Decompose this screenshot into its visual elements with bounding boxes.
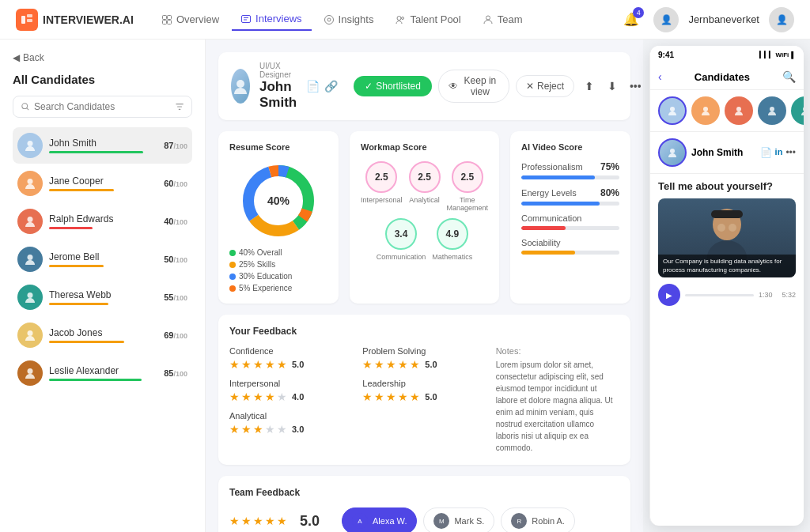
workmap-score-card: Workmap Score 2.5 Interpersonal 2.5 Anal…	[350, 131, 499, 304]
svg-point-35	[803, 107, 804, 111]
feedback-row: Analytical ★★★★★3.0	[229, 411, 353, 436]
candidate-item[interactable]: Jerome Bell 50/100	[13, 241, 192, 277]
legend-overall: 40% Overall	[229, 248, 282, 257]
svg-point-41	[729, 224, 736, 232]
svg-rect-0	[21, 16, 25, 24]
svg-point-15	[22, 104, 28, 109]
nav-talent-pool[interactable]: Talent Pool	[386, 8, 470, 31]
main-layout: ◀ Back All Candidates John Smith 87/100 …	[0, 40, 810, 532]
doc-icon[interactable]: 📄	[306, 80, 320, 92]
workmap-item: 2.5 Interpersonal	[361, 161, 403, 212]
mobile-more-icon[interactable]: •••	[785, 147, 796, 158]
video-caption: Our Company is building data analytics f…	[658, 255, 796, 277]
nav-insights[interactable]: Insights	[315, 8, 384, 31]
feedback-row: Leadership ★★★★★5.0	[362, 379, 486, 403]
more-button[interactable]: •••	[627, 75, 643, 97]
video-progress-bar[interactable]	[685, 294, 754, 296]
mobile-avatar[interactable]	[791, 96, 804, 125]
mobile-avatar[interactable]	[758, 96, 786, 125]
mobile-status-icons: ▎▎▎ WiFi ▌	[759, 51, 796, 58]
nav-team[interactable]: Team	[474, 8, 532, 31]
svg-point-12	[397, 16, 401, 20]
team-member-button[interactable]: AAlexa W.	[342, 507, 417, 532]
candidate-info: Leslie Alexander	[49, 365, 157, 381]
mobile-back-button[interactable]: ‹	[658, 70, 662, 83]
video-time-total: 5:32	[782, 291, 796, 299]
ai-score-item: Professionalism 75%	[521, 161, 619, 179]
candidate-avatar	[17, 323, 43, 348]
feedback-inner: Confidence ★★★★★5.0 Interpersonal ★★★★★4…	[229, 346, 619, 454]
candidate-avatar	[17, 247, 43, 272]
video-time-current: 1:30	[759, 291, 773, 299]
candidate-avatar	[17, 133, 43, 158]
link-icon[interactable]: 🔗	[324, 80, 338, 92]
candidate-item[interactable]: Jane Cooper 60/100	[13, 165, 192, 202]
candidate-avatar	[17, 285, 43, 310]
nav-overview[interactable]: Overview	[153, 8, 229, 31]
mobile-header-title: Candidates	[695, 71, 750, 83]
svg-point-36	[670, 149, 675, 153]
team-stars: ★★★★★	[229, 515, 287, 527]
ai-score-item: Energy Levels 80%	[521, 187, 619, 206]
svg-point-19	[28, 217, 33, 222]
nav-interviews[interactable]: Interviews	[232, 8, 312, 31]
mobile-doc-icon[interactable]: 📄	[760, 147, 772, 158]
svg-point-20	[28, 255, 33, 260]
svg-point-18	[28, 179, 33, 184]
candidate-avatar	[17, 360, 43, 386]
svg-point-33	[736, 107, 741, 111]
resume-score-card: Resume Score 40%	[218, 131, 339, 304]
workmap-item: 3.4 Communication	[377, 218, 426, 261]
mobile-search-icon[interactable]: 🔍	[782, 70, 796, 83]
workmap-item: 4.9 Mathematics	[432, 218, 472, 261]
reject-button[interactable]: ✕ Reject	[516, 75, 574, 97]
workmap-item: 2.5 Time Management	[447, 161, 489, 212]
legend-experience: 5% Experience	[229, 284, 292, 292]
svg-rect-3	[162, 15, 166, 19]
candidate-item[interactable]: Jacob Jones 69/100	[13, 317, 192, 353]
candidate-header: UI/UX Designer John Smith 📄 🔗 ✓ Shortlis…	[218, 52, 630, 120]
svg-point-13	[402, 17, 404, 19]
wifi-icon: WiFi	[776, 51, 789, 58]
back-link[interactable]: ◀ Back	[13, 52, 192, 63]
feedback-row: Interpersonal ★★★★★4.0	[229, 379, 353, 403]
feedback-row: Confidence ★★★★★5.0	[229, 346, 353, 371]
candidate-info: Ralph Edwards	[49, 213, 157, 229]
mobile-avatar[interactable]	[691, 96, 720, 125]
notification-badge: 4	[633, 7, 644, 18]
video-thumbnail: Our Company is building data analytics f…	[658, 198, 796, 277]
mobile-linkedin-icon[interactable]: in	[775, 147, 783, 158]
feedback-title: Your Feedback	[229, 326, 619, 337]
brand-name: INTERVIEWER.AI	[43, 13, 134, 26]
keep-in-view-button[interactable]: 👁 Keep in view	[438, 70, 509, 103]
workmap-grid: 2.5 Interpersonal 2.5 Analytical 2.5 Tim…	[361, 161, 488, 212]
candidate-item[interactable]: John Smith 87/100	[13, 127, 192, 164]
mobile-avatar[interactable]	[658, 96, 687, 125]
mobile-avatar[interactable]	[725, 96, 753, 125]
team-member-button[interactable]: RRobin A.	[501, 507, 575, 532]
donut-chart: 40%	[229, 161, 327, 240]
download-button[interactable]: ⬇	[604, 75, 620, 97]
share-button[interactable]: ⬆	[581, 75, 597, 97]
shortlisted-button[interactable]: ✓ Shortlisted	[354, 76, 432, 96]
candidates-list: John Smith 87/100 Jane Cooper 60/100 Ral…	[13, 127, 192, 391]
ai-video-score-card: AI Video Score Professionalism 75% Energ…	[510, 131, 630, 304]
legend-education: 30% Education	[229, 272, 292, 281]
candidate-item[interactable]: Theresa Webb 55/100	[13, 279, 192, 315]
svg-point-17	[28, 141, 33, 146]
svg-point-10	[324, 15, 333, 24]
filter-icon[interactable]	[176, 102, 184, 111]
check-icon: ✓	[365, 81, 373, 92]
feedback-col-1: Confidence ★★★★★5.0 Interpersonal ★★★★★4…	[229, 346, 353, 454]
scores-grid: Resume Score 40%	[218, 131, 630, 304]
svg-line-16	[27, 108, 28, 110]
candidate-info: Jane Cooper	[49, 175, 157, 191]
notification-button[interactable]: 🔔 4	[619, 7, 644, 32]
search-input[interactable]	[34, 101, 171, 112]
team-member-button[interactable]: MMark S.	[423, 507, 494, 532]
candidate-item[interactable]: Ralph Edwards 40/100	[13, 203, 192, 240]
svg-point-31	[670, 107, 675, 111]
candidate-item[interactable]: Leslie Alexander 85/100	[13, 355, 192, 391]
play-button[interactable]: ▶	[658, 284, 680, 306]
resume-score-title: Resume Score	[229, 142, 327, 152]
